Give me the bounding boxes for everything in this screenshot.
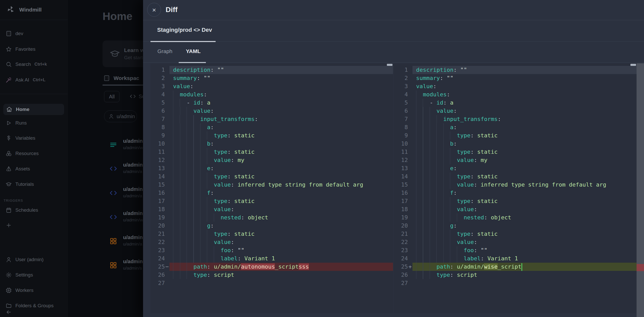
diff-marker bbox=[165, 90, 169, 99]
diff-marker bbox=[408, 246, 412, 254]
diff-marker bbox=[408, 156, 412, 164]
diff-marker bbox=[165, 107, 169, 115]
owner-filter-chip[interactable]: u/admin bbox=[104, 110, 137, 122]
tab-staging-prod-dev[interactable]: Staging/prod <> Dev bbox=[157, 27, 212, 33]
sidebar-item-resources[interactable]: Resources bbox=[0, 148, 68, 159]
workspace-tab[interactable]: Workspac bbox=[103, 75, 139, 81]
line-number: 3 bbox=[394, 82, 408, 90]
line-number: 23 bbox=[394, 246, 408, 254]
line-number: 5 bbox=[394, 99, 408, 107]
close-button[interactable]: × bbox=[147, 3, 161, 17]
diff-marker bbox=[165, 181, 169, 189]
line-number: 13 bbox=[150, 164, 165, 172]
sidebar-item-search[interactable]: SearchCtrl+k bbox=[0, 59, 68, 70]
sidebar-item-dev[interactable]: dev bbox=[0, 28, 68, 39]
cap-icon bbox=[6, 181, 12, 187]
code-line-5: 5 - id: a bbox=[394, 99, 637, 107]
calendar-icon bbox=[6, 207, 12, 213]
sidebar-item-settings[interactable]: Settings bbox=[0, 269, 68, 281]
line-number: 24 bbox=[394, 254, 408, 263]
sidebar-item-assets[interactable]: Assets bbox=[0, 163, 68, 175]
arrow-left-icon bbox=[6, 309, 12, 315]
filter-scripts-button[interactable]: Sc bbox=[129, 91, 145, 102]
drawer-scrollbar[interactable] bbox=[637, 63, 644, 317]
diff-marker bbox=[408, 181, 412, 189]
sidebar-item-schedules[interactable]: Schedules bbox=[0, 204, 68, 216]
diff-marker bbox=[165, 74, 169, 82]
sidebar-item-ask-ai[interactable]: Ask AICtrl+L bbox=[0, 74, 68, 86]
line-number: 14 bbox=[150, 172, 165, 181]
code-line-24: 24 label: Variant 1 bbox=[150, 254, 393, 263]
code-line-9: 9 type: static bbox=[150, 131, 393, 140]
sidebar-item-label: Resources bbox=[15, 151, 39, 156]
sidebar-item-arrow-left[interactable] bbox=[0, 306, 68, 317]
diff-marker bbox=[408, 99, 412, 107]
line-number: 15 bbox=[394, 181, 408, 189]
diff-marker bbox=[165, 230, 169, 238]
graduation-cap-icon bbox=[110, 49, 120, 59]
windmill-logo-icon bbox=[6, 5, 15, 14]
sidebar-item-label: Runs bbox=[15, 120, 27, 126]
code-line-1: 1description: "" bbox=[394, 66, 637, 74]
sidebar-item-label: Ask AI bbox=[15, 77, 29, 83]
diff-marker bbox=[165, 222, 169, 230]
sidebar-item-home[interactable]: Home bbox=[3, 104, 64, 115]
code-line-15: 15 value: inferred type string from defa… bbox=[150, 181, 393, 189]
code-line-3: 3value: bbox=[394, 82, 637, 90]
diff-drawer: × Diff Staging/prod <> Dev Graph YAML 1d… bbox=[143, 0, 644, 317]
tab-yaml[interactable]: YAML bbox=[186, 48, 201, 54]
diff-marker bbox=[165, 82, 169, 90]
code-line-14: 14 type: static bbox=[394, 172, 637, 181]
diff-pair-tabbar: Staging/prod <> Dev bbox=[143, 20, 644, 42]
sidebar-item-tutorials[interactable]: Tutorials bbox=[0, 179, 68, 190]
line-number: 9 bbox=[150, 131, 165, 140]
diff-title: Diff bbox=[166, 6, 178, 14]
sidebar-item-variables[interactable]: Variables bbox=[0, 132, 68, 144]
sidebar-item-label: Tutorials bbox=[15, 181, 34, 187]
sidebar-item-label: Home bbox=[16, 107, 29, 112]
learn-card-title: Learn wi bbox=[124, 47, 146, 53]
diff-marker bbox=[165, 271, 169, 279]
page-title: Home bbox=[103, 10, 133, 23]
owner-filter-label: u/admin bbox=[117, 114, 135, 119]
code-line-19: 19 nested: object bbox=[394, 213, 637, 222]
diff-marker bbox=[165, 246, 169, 254]
line-number: 6 bbox=[150, 107, 165, 115]
sidebar-item-user-admin-[interactable]: User (admin) bbox=[0, 254, 68, 265]
item-subpath: u/admin/s bbox=[123, 266, 142, 271]
play-icon bbox=[6, 120, 12, 126]
filter-all-button[interactable]: All bbox=[104, 91, 119, 102]
diff-marker bbox=[165, 115, 169, 123]
learn-card-subtitle: Get starte bbox=[124, 55, 145, 60]
diff-editor-modified[interactable]: 1description: ""2summary: ""3value:4 mod… bbox=[394, 63, 637, 313]
code-line-1: 1description: "" bbox=[150, 66, 393, 74]
sidebar-item-workers[interactable]: Workers bbox=[0, 285, 68, 296]
sidebar-item-runs[interactable]: Runs bbox=[0, 117, 68, 129]
line-number: 11 bbox=[394, 148, 408, 156]
item-path: u/admin bbox=[123, 259, 143, 264]
code-line-18: 18 value: bbox=[394, 205, 637, 213]
code-line-10: 10 b: bbox=[150, 140, 393, 148]
diff-marker bbox=[165, 279, 169, 287]
diff-marker bbox=[165, 66, 169, 74]
sidebar-item-label: Settings bbox=[15, 272, 33, 278]
code-line-10: 10 b: bbox=[394, 140, 637, 148]
wand-icon bbox=[6, 77, 12, 83]
diff-marker bbox=[408, 115, 412, 123]
line-number: 7 bbox=[394, 115, 408, 123]
sidebar-item-label: User (admin) bbox=[15, 257, 44, 262]
line-number: 27 bbox=[394, 279, 408, 287]
item-path: u/admin bbox=[123, 210, 143, 216]
line-number: 9 bbox=[394, 131, 408, 140]
code-line-21: 21 type: static bbox=[394, 230, 637, 238]
right-editor-scrollbar-thumb[interactable] bbox=[630, 64, 636, 66]
code-icon bbox=[129, 93, 136, 100]
sidebar-item-favorites[interactable]: Favorites bbox=[0, 44, 68, 55]
tab-graph[interactable]: Graph bbox=[157, 48, 172, 54]
sidebar-item-plus[interactable] bbox=[0, 220, 68, 231]
diff-editor-original[interactable]: 1description: ""2summary: ""3value:4 mod… bbox=[150, 63, 393, 313]
diff-marker bbox=[165, 205, 169, 213]
left-editor-scrollbar-thumb[interactable] bbox=[387, 64, 393, 66]
pyramid-icon bbox=[6, 166, 12, 172]
code-line-8: 8 a: bbox=[394, 123, 637, 131]
